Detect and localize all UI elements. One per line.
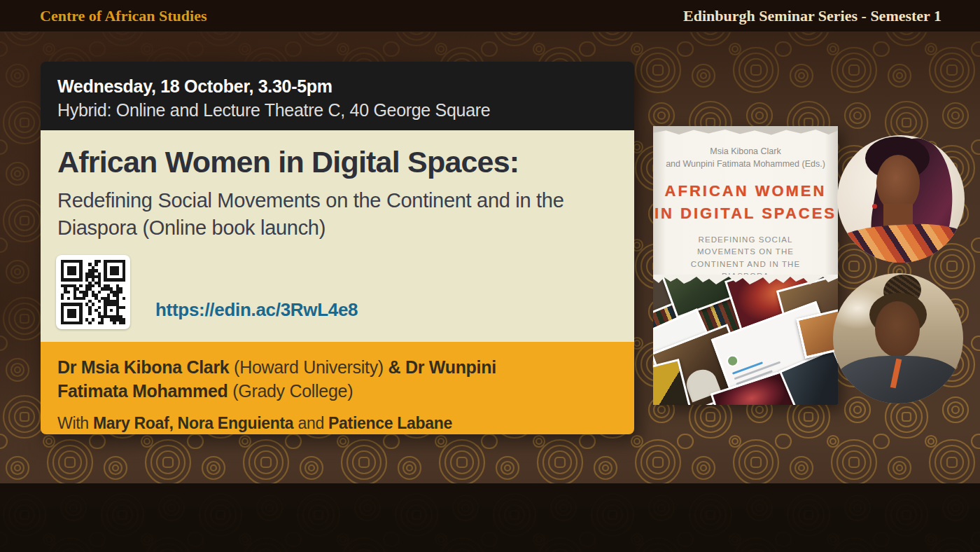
with-conjunction: and [298,414,323,432]
with-prefix: With [57,414,89,432]
book-collage [653,275,838,405]
book-cover: Msia Kibona Clark and Wunpini Fatimata M… [653,126,838,405]
topbar: Centre of African Studies Edinburgh Semi… [0,0,980,32]
torn-paper-edge [653,275,838,286]
portrait1-earring [872,204,877,209]
speakers-line: Dr Msia Kibona Clark (Howard University)… [57,356,568,403]
event-card: Wednesday, 18 October, 3.30-5pm Hybrid: … [41,62,634,434]
portrait2-face [875,301,920,357]
profile-avatar [725,353,741,368]
event-card-header: Wednesday, 18 October, 3.30-5pm Hybrid: … [41,62,634,130]
qr-code-svg [61,260,125,324]
speaker2-affiliation: (Grady College) [232,381,353,401]
poster: Centre of African Studies Edinburgh Semi… [0,0,980,552]
speaker-portrait-2 [833,273,963,403]
speakers-joiner: & [388,357,401,377]
speakers-panel: Dr Msia Kibona Clark (Howard University)… [41,342,634,434]
event-link[interactable]: https://edin.ac/3RwL4e8 [155,299,358,321]
footer-bar: GENDER.ED THE UNIVERSITY of EDINBURGH [0,483,980,552]
book-title: AFRICAN WOMEN IN DIGITAL SPACES [653,180,838,225]
qr-row: https://edin.ac/3RwL4e8 [56,255,358,329]
with-line: With Mary Roaf, Nora Enguienta and Patie… [57,414,616,433]
with-names: Mary Roaf, Nora Enguienta [93,414,293,432]
with-last-name: Patience Labane [328,414,452,432]
book-cover-top: Msia Kibona Clark and Wunpini Fatimata M… [653,126,838,275]
event-card-body: African Women in Digital Spaces: Redefin… [41,130,634,342]
topbar-brand: Centre of African Studies [40,7,207,25]
event-subtitle: Redefining Social Movements on the Conti… [57,187,617,242]
event-title: African Women in Digital Spaces: [57,146,617,179]
qr-code [56,255,130,329]
topbar-series: Edinburgh Seminar Series - Semester 1 [683,7,941,25]
speaker-portrait-1 [837,135,965,263]
speaker1-name: Dr Msia Kibona Clark [57,357,229,377]
event-datetime: Wednesday, 18 October, 3.30-5pm [57,76,616,97]
event-location: Hybrid: Online and Lecture Theatre C, 40… [57,100,616,120]
speaker1-affiliation: (Howard University) [234,357,384,377]
